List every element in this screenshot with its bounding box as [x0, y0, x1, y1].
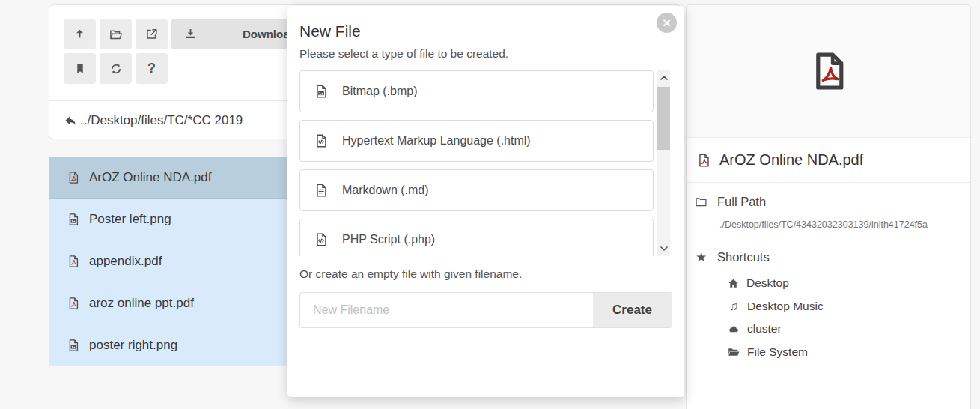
file-type-label: PHP Script (.php) — [342, 233, 435, 246]
file-pdf-icon — [66, 254, 81, 269]
bookmark-icon — [73, 62, 87, 76]
file-code-icon — [313, 133, 329, 149]
scrollbar — [657, 70, 670, 256]
file-type-scroll-area: Bitmap (.bmp) Hypertext Markup Language … — [299, 70, 672, 256]
back-arrow-icon[interactable] — [64, 114, 78, 128]
file-manager-page: Download ? ../Desktop/files/TC/*CC 2019 — [0, 0, 980, 409]
file-details-panel: ArOZ Online NDA.pdf Full Path ./Desktop/… — [686, 4, 971, 409]
full-path-row: Full Path — [694, 195, 963, 209]
file-preview-area — [687, 5, 970, 138]
folder-open-icon — [727, 345, 740, 359]
file-type-label: Markdown (.md) — [342, 184, 429, 197]
shortcut-label: File System — [747, 345, 808, 359]
file-name: ArOZ Online NDA.pdf — [89, 170, 211, 185]
file-code-icon — [313, 231, 329, 248]
download-icon — [183, 27, 198, 41]
arrow-up-icon — [73, 27, 87, 41]
shortcut-label: Desktop Music — [747, 300, 824, 313]
file-text-icon — [313, 182, 329, 199]
shortcut-list: Desktop ♫ Desktop Music cluster File Sys… — [727, 272, 963, 363]
details-title-row: ArOZ Online NDA.pdf — [687, 138, 970, 183]
question-icon: ? — [147, 61, 156, 76]
file-type-list: Bitmap (.bmp) Hypertext Markup Language … — [299, 70, 654, 256]
shortcut-file-system[interactable]: File System — [727, 341, 963, 364]
refresh-button[interactable] — [100, 53, 132, 84]
full-path-label: Full Path — [717, 195, 766, 209]
file-type-label: Bitmap (.bmp) — [342, 85, 417, 98]
modal-close-button[interactable]: × — [657, 13, 677, 33]
breadcrumb: ../Desktop/files/TC/*CC 2019 — [64, 101, 243, 140]
upload-button[interactable] — [64, 19, 96, 49]
file-type-php[interactable]: PHP Script (.php) — [299, 219, 654, 256]
details-file-name: ArOZ Online NDA.pdf — [719, 151, 863, 169]
create-button[interactable]: Create — [593, 292, 672, 328]
external-link-icon — [144, 27, 159, 41]
star-icon: ★ — [694, 249, 708, 265]
open-folder-button[interactable] — [100, 19, 132, 49]
help-button[interactable]: ? — [136, 53, 168, 84]
close-icon: × — [663, 16, 671, 30]
file-image-icon — [313, 83, 329, 100]
modal-subtitle: Please select a type of file to be creat… — [299, 47, 672, 61]
scrollbar-up-arrow[interactable] — [657, 72, 670, 84]
open-external-button[interactable] — [136, 19, 168, 49]
scrollbar-thumb[interactable] — [657, 87, 670, 150]
bookmark-button[interactable] — [64, 53, 96, 84]
folder-open-icon — [109, 27, 124, 42]
shortcuts-label: Shortcuts — [717, 250, 770, 264]
cloud-icon — [727, 322, 740, 336]
chevron-up-icon — [660, 75, 669, 81]
file-name: aroz online ppt.pdf — [89, 296, 194, 311]
file-image-icon — [66, 212, 81, 227]
chevron-down-icon — [660, 246, 669, 252]
file-image-icon — [66, 338, 81, 353]
folder-icon — [694, 195, 708, 209]
new-filename-group: Create — [299, 292, 672, 328]
details-properties: Full Path ./Desktop/files/TC/43432032303… — [687, 183, 970, 375]
file-type-label: Hypertext Markup Language (.html) — [342, 134, 531, 148]
shortcut-label: cluster — [747, 322, 782, 336]
file-pdf-large-icon — [806, 46, 852, 96]
shortcut-cluster[interactable]: cluster — [727, 318, 963, 341]
modal-title: New File — [299, 22, 672, 40]
shortcut-desktop-music[interactable]: ♫ Desktop Music — [727, 295, 963, 318]
or-create-text: Or create an empty file with given filen… — [299, 267, 672, 281]
refresh-icon — [109, 62, 123, 76]
shortcut-label: Desktop — [746, 276, 789, 290]
file-type-bitmap[interactable]: Bitmap (.bmp) — [299, 70, 654, 112]
home-icon — [727, 277, 740, 290]
file-type-html[interactable]: Hypertext Markup Language (.html) — [299, 120, 654, 162]
scrollbar-down-arrow[interactable] — [657, 243, 670, 255]
file-name: Poster left.png — [89, 212, 171, 227]
file-pdf-icon — [66, 170, 81, 185]
new-filename-input[interactable] — [299, 292, 593, 328]
full-path-value: ./Desktop/files/TC/43432032303139/inith4… — [719, 219, 963, 230]
file-pdf-icon — [696, 152, 712, 169]
file-pdf-icon — [66, 296, 81, 311]
file-name: poster right.png — [89, 338, 177, 353]
music-icon: ♫ — [727, 300, 740, 313]
breadcrumb-path: ../Desktop/files/TC/*CC 2019 — [80, 113, 243, 128]
shortcuts-row: ★ Shortcuts — [694, 249, 963, 265]
file-name: appendix.pdf — [89, 254, 162, 269]
new-file-modal: × New File Please select a type of file … — [287, 6, 684, 397]
shortcut-desktop[interactable]: Desktop — [727, 272, 963, 295]
file-type-markdown[interactable]: Markdown (.md) — [299, 169, 654, 211]
